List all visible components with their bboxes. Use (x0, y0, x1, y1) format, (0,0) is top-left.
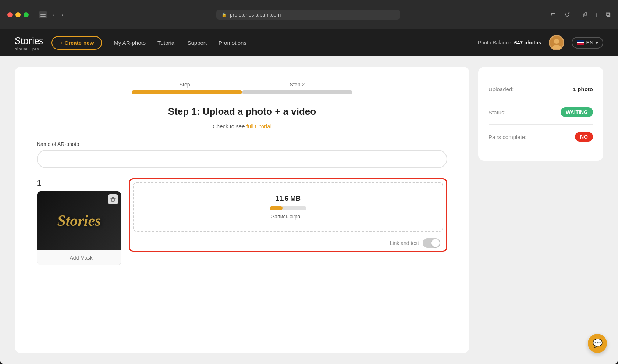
fullscreen-button[interactable] (24, 12, 29, 17)
svg-point-5 (554, 39, 559, 44)
link-text-row: Link and text (130, 235, 446, 251)
file-size: 11.6 MB (276, 195, 301, 203)
create-new-label: + Create new (60, 40, 94, 46)
close-button[interactable] (7, 12, 13, 17)
browser-actions: ⇄ ↺ ⎙ ＋ ⧉ (551, 10, 611, 19)
chat-icon: 💬 (593, 339, 603, 348)
app-container: Stories album pro + Create new My AR-pho… (0, 29, 618, 364)
language-selector[interactable]: EN ▾ (572, 37, 603, 49)
name-field-label: Name of AR-photo (37, 141, 447, 147)
step2-bar (242, 90, 352, 94)
new-tab-icon[interactable]: ＋ (593, 10, 600, 19)
pairs-row: Pairs complete: NO (489, 125, 593, 149)
right-panel: Uploaded: 1 photo Status: WAITING Pairs … (478, 67, 603, 161)
reload-icon[interactable]: ↺ (565, 11, 570, 19)
uploaded-row: Uploaded: 1 photo (489, 79, 593, 100)
address-bar[interactable]: 🔒 pro.stories-album.com (216, 10, 400, 20)
file-info: 11.6 MB Запись экра... (270, 195, 306, 220)
photo-balance: Photo Balance: 647 photos (478, 39, 541, 46)
lang-label: EN (586, 40, 593, 46)
step-title: Step 1: Upload a photo + a video (37, 106, 447, 117)
browser-controls: ‹ › (39, 10, 66, 19)
svg-rect-2 (40, 16, 46, 17)
logo-sub: album pro (15, 47, 39, 51)
nav-support[interactable]: Support (188, 40, 207, 46)
delete-photo-button[interactable] (108, 194, 118, 204)
step1-label: Step 1 (180, 82, 194, 88)
step-1: Step 1 (132, 82, 242, 94)
status-row: Status: WAITING (489, 100, 593, 125)
svg-text:⇄: ⇄ (551, 11, 555, 17)
add-mask-button[interactable]: + Add Mask (37, 250, 121, 265)
logo-text: Stories (15, 34, 43, 47)
user-avatar[interactable] (549, 35, 564, 50)
svg-rect-7 (111, 199, 114, 201)
step1-bar (132, 90, 242, 94)
photo-card: Stories + Add Mask (37, 191, 121, 265)
logo: Stories album pro (15, 34, 43, 51)
status-label: Status: (489, 109, 506, 115)
share-icon[interactable]: ⎙ (583, 11, 587, 18)
video-upload-area[interactable]: 11.6 MB Запись экра... (133, 182, 443, 232)
create-new-button[interactable]: + Create new (52, 36, 102, 50)
flag-icon (577, 40, 584, 45)
pairs-label: Pairs complete: (489, 134, 526, 140)
nav-tutorial[interactable]: Tutorial (157, 40, 175, 46)
link-text-toggle[interactable] (423, 238, 440, 248)
media-item-1: 1 Stories (37, 178, 121, 265)
url-text: pro.stories-album.com (230, 12, 281, 18)
nav-my-ar-photo[interactable]: My AR-photo (114, 40, 146, 46)
tutorial-text: Check to see full tutorial (37, 123, 447, 129)
step2-label: Step 2 (290, 82, 305, 88)
steps-container: Step 1 Step 2 (132, 82, 352, 94)
full-tutorial-link[interactable]: full tutorial (246, 123, 271, 129)
svg-rect-0 (40, 13, 43, 13)
status-badge: WAITING (561, 107, 593, 117)
translate-icon[interactable]: ⇄ (551, 10, 559, 19)
media-row: 1 Stories (37, 178, 447, 265)
navbar-right: Photo Balance: 647 photos EN ▾ (478, 35, 603, 50)
svg-rect-1 (40, 14, 46, 15)
chevron-down-icon: ▾ (596, 40, 598, 46)
minimize-button[interactable] (15, 12, 21, 17)
back-button[interactable]: ‹ (50, 10, 56, 19)
toggle-knob (431, 239, 440, 247)
photo-thumbnail: Stories (37, 191, 121, 250)
thumbnail-text: Stories (57, 212, 101, 229)
main-content: Step 1 Step 2 Step 1: Upload a photo + a… (0, 56, 618, 364)
link-text-label: Link and text (390, 240, 419, 246)
lock-icon: 🔒 (221, 12, 227, 17)
left-panel: Step 1 Step 2 Step 1: Upload a photo + a… (15, 67, 469, 353)
split-view-icon[interactable]: ⧉ (606, 11, 611, 18)
nav-promotions[interactable]: Promotions (219, 40, 246, 46)
upload-progress-bar (270, 206, 306, 210)
item-number: 1 (37, 178, 121, 188)
pairs-badge: NO (575, 132, 593, 142)
sidebar-toggle-icon[interactable] (39, 11, 47, 18)
name-input[interactable] (37, 150, 447, 168)
browser-chrome: ‹ › 🔒 pro.stories-album.com ⇄ ↺ ⎙ ＋ ⧉ (0, 0, 618, 29)
nav-links: My AR-photo Tutorial Support Promotions (114, 40, 477, 46)
video-card[interactable]: 11.6 MB Запись экра... Link and text (129, 178, 447, 252)
forward-button[interactable]: › (59, 10, 65, 19)
uploaded-value: 1 photo (573, 86, 593, 92)
traffic-lights (7, 12, 29, 17)
step-2: Step 2 (242, 82, 352, 94)
file-name: Запись экра... (271, 214, 305, 220)
navbar: Stories album pro + Create new My AR-pho… (0, 29, 618, 56)
chat-button[interactable]: 💬 (588, 334, 607, 353)
name-field-container: Name of AR-photo (37, 141, 447, 178)
progress-fill (270, 206, 283, 210)
uploaded-label: Uploaded: (489, 86, 514, 92)
